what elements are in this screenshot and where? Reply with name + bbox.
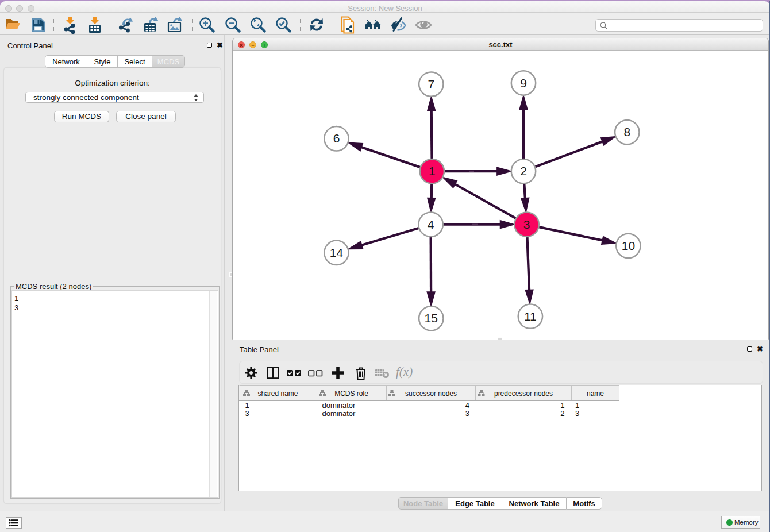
svg-text:3: 3 — [245, 409, 249, 418]
svg-text:3: 3 — [465, 409, 469, 418]
svg-text:dominator: dominator — [322, 409, 356, 418]
svg-text:1: 1 — [575, 401, 579, 410]
svg-text:7: 7 — [428, 78, 434, 91]
svg-text:3: 3 — [575, 409, 579, 418]
svg-text:predecessor nodes: predecessor nodes — [494, 390, 553, 398]
svg-text:11: 11 — [524, 310, 537, 323]
svg-text:1: 1 — [429, 164, 436, 178]
svg-text:MCDS role: MCDS role — [334, 390, 368, 398]
svg-text:successor nodes: successor nodes — [405, 390, 457, 398]
svg-text:2: 2 — [520, 164, 527, 178]
svg-text:3: 3 — [523, 218, 530, 231]
svg-text:6: 6 — [333, 132, 340, 145]
svg-text:14: 14 — [330, 246, 344, 259]
svg-text:4: 4 — [465, 401, 469, 410]
svg-text:9: 9 — [520, 76, 527, 90]
svg-text:1: 1 — [245, 401, 249, 410]
svg-text:shared name: shared name — [257, 390, 298, 398]
svg-text:2: 2 — [560, 409, 564, 418]
svg-text:dominator: dominator — [322, 401, 356, 410]
svg-text:name: name — [587, 390, 604, 398]
svg-text:4: 4 — [428, 218, 434, 231]
svg-text:8: 8 — [623, 125, 630, 138]
svg-text:1: 1 — [560, 401, 564, 410]
svg-text:10: 10 — [622, 239, 635, 252]
svg-text:15: 15 — [425, 311, 438, 325]
